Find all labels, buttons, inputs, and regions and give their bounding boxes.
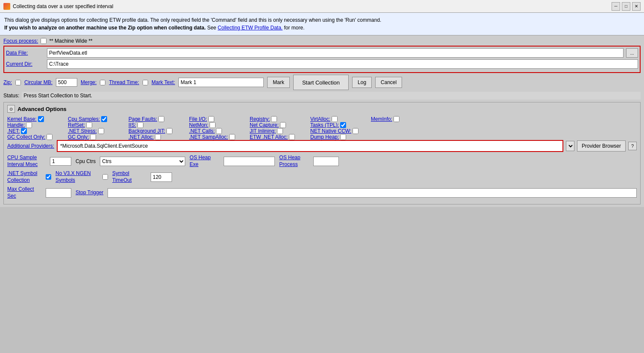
jit-inlining-checkbox[interactable] <box>277 128 283 134</box>
start-collection-button[interactable]: Start Collection <box>293 75 349 90</box>
netmon-label[interactable]: NetMon: <box>189 122 208 128</box>
background-jit-option: Background JIT: <box>128 128 184 134</box>
browse-button[interactable]: ... <box>626 48 638 58</box>
net-capture-label[interactable]: Net Capture: <box>250 122 279 128</box>
gc-collect-only-checkbox[interactable] <box>47 134 52 140</box>
dotnet-calls-label[interactable]: .NET Calls: <box>189 128 215 134</box>
net-symbol-collection-checkbox[interactable] <box>46 174 51 180</box>
tasks-tpl-checkbox[interactable] <box>340 122 346 128</box>
zip-label[interactable]: Zip: <box>3 79 12 85</box>
provider-browser-button[interactable]: Provider Browser <box>577 140 626 152</box>
mark-button[interactable]: Mark <box>267 77 290 88</box>
mark-text-label[interactable]: Mark Text: <box>152 79 175 85</box>
file-io-label[interactable]: File I/O: <box>189 116 207 122</box>
jit-inlining-label[interactable]: JIT Inlining: <box>250 128 276 134</box>
dotnet-alloc-checkbox[interactable] <box>155 134 161 140</box>
dotnet-alloc-label[interactable]: .NET Alloc: <box>128 134 154 140</box>
close-button[interactable]: ✕ <box>632 2 641 11</box>
virtalloc-label[interactable]: VirtAlloc: <box>310 116 330 122</box>
net-symbol-collection-label[interactable]: .NET Symbol Collection <box>7 170 41 184</box>
os-heap-exe-label[interactable]: OS Heap Exe <box>189 155 219 168</box>
providers-dropdown[interactable] <box>566 141 574 151</box>
thread-time-checkbox[interactable] <box>143 80 148 85</box>
cancel-button[interactable]: Cancel <box>375 77 402 88</box>
net-capture-checkbox[interactable] <box>280 122 286 128</box>
meminfo-checkbox[interactable] <box>393 116 399 122</box>
merge-checkbox[interactable] <box>100 80 105 85</box>
info-link[interactable]: Collecting ETW Profile Data. <box>218 25 283 31</box>
data-file-input[interactable] <box>47 48 624 58</box>
dump-heap-label[interactable]: Dump Heap: <box>310 134 339 140</box>
max-collect-sec-label[interactable]: Max Collect Sec <box>7 186 41 199</box>
cpu-ctrs-select[interactable]: Ctrs <box>100 157 185 166</box>
dotnet-stress-label[interactable]: .NET Stress: <box>68 128 97 134</box>
max-collect-sec-input[interactable] <box>46 188 71 198</box>
help-button[interactable]: ? <box>628 142 637 150</box>
dotnet-sampalloc-label[interactable]: .NET SampAlloc: <box>189 134 228 140</box>
current-dir-label[interactable]: Current Dir: <box>6 61 44 67</box>
registry-checkbox[interactable] <box>271 116 277 122</box>
os-heap-process-label[interactable]: OS Heap Process <box>279 155 309 168</box>
maximize-button[interactable]: □ <box>622 2 630 11</box>
dotnet-checkbox[interactable] <box>21 128 27 134</box>
cpu-samples-checkbox[interactable] <box>101 116 107 122</box>
os-heap-exe-input[interactable] <box>224 157 275 166</box>
symbol-timeout-label[interactable]: Symbol TimeOut <box>112 170 146 184</box>
dotnet-label[interactable]: .NET: <box>7 128 20 134</box>
dotnet-sampalloc-checkbox[interactable] <box>229 134 235 140</box>
minimize-button[interactable]: ─ <box>612 2 620 11</box>
refset-label[interactable]: RefSet: <box>68 122 85 128</box>
page-faults-label[interactable]: Page Faults: <box>128 116 157 122</box>
cpu-sample-interval-label[interactable]: CPU Sample Interval Msec <box>7 155 46 168</box>
symbol-timeout-input[interactable] <box>151 172 172 182</box>
log-button[interactable]: Log <box>352 77 372 88</box>
zip-checkbox[interactable] <box>15 80 21 85</box>
circular-mb-label[interactable]: Circular MB: <box>24 79 52 85</box>
dotnet-calls-checkbox[interactable] <box>216 128 222 134</box>
gc-only-label[interactable]: GC Only: <box>68 134 89 140</box>
net-native-ccw-checkbox[interactable] <box>353 128 358 134</box>
gc-collect-only-label[interactable]: GC Collect Only: <box>7 134 45 140</box>
dump-heap-checkbox[interactable] <box>340 134 346 140</box>
handle-checkbox[interactable] <box>26 122 32 128</box>
tasks-tpl-label[interactable]: Tasks (TPL): <box>310 122 339 128</box>
additional-providers-input[interactable] <box>58 141 562 151</box>
page-faults-checkbox[interactable] <box>158 116 164 122</box>
refset-checkbox[interactable] <box>86 122 92 128</box>
kernel-base-label[interactable]: Kernel Base: <box>7 116 37 122</box>
no-v3x-ngen-checkbox[interactable] <box>102 174 108 180</box>
no-v3x-ngen-label[interactable]: No V3.X NGEN Symbols <box>55 170 98 184</box>
data-file-label[interactable]: Data File: <box>6 50 44 56</box>
iis-label[interactable]: IIS: <box>128 122 136 128</box>
iis-checkbox[interactable] <box>137 122 143 128</box>
kernel-base-checkbox[interactable] <box>38 116 44 122</box>
thread-time-label[interactable]: Thread Time: <box>109 79 139 85</box>
circular-mb-input[interactable] <box>56 78 77 87</box>
file-io-checkbox[interactable] <box>208 116 214 122</box>
virtalloc-checkbox[interactable] <box>332 116 338 122</box>
additional-providers-label[interactable]: Additional Providers: <box>7 143 54 149</box>
cpu-ctrs-label[interactable]: Cpu Ctrs <box>76 158 96 164</box>
current-dir-input[interactable] <box>47 59 638 69</box>
dotnet-stress-checkbox[interactable] <box>98 128 104 134</box>
gc-only-checkbox[interactable] <box>90 134 96 140</box>
netmon-checkbox[interactable] <box>210 122 216 128</box>
focus-process-checkbox[interactable] <box>41 38 47 44</box>
etw-dotnet-alloc-label[interactable]: ETW .NET Alloc: <box>250 134 288 140</box>
collapse-button[interactable]: ⊙ <box>7 105 15 113</box>
merge-label[interactable]: Merge: <box>81 79 96 85</box>
etw-dotnet-alloc-checkbox[interactable] <box>289 134 295 140</box>
mark-text-input[interactable] <box>178 78 264 87</box>
cpu-samples-label[interactable]: Cpu Samples: <box>68 116 100 122</box>
os-heap-process-input[interactable] <box>313 157 339 166</box>
focus-process-label[interactable]: Focus process: <box>3 38 38 44</box>
handle-label[interactable]: Handle: <box>7 122 25 128</box>
background-jit-label[interactable]: Background JIT: <box>128 128 165 134</box>
meminfo-label[interactable]: MemInfo: <box>371 116 392 122</box>
net-native-ccw-label[interactable]: NET Native CCW: <box>310 128 351 134</box>
registry-label[interactable]: Registry: <box>250 116 270 122</box>
stop-trigger-input[interactable] <box>108 188 637 198</box>
stop-trigger-label[interactable]: Stop Trigger <box>76 190 103 196</box>
cpu-sample-interval-input[interactable] <box>50 157 71 166</box>
background-jit-checkbox[interactable] <box>166 128 172 134</box>
